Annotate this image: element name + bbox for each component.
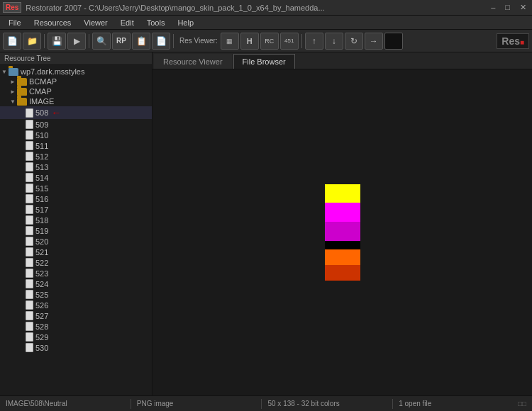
tree-item-512[interactable]: 512: [0, 151, 152, 162]
paste-button[interactable]: 📄: [152, 33, 170, 50]
tree-item-517-label: 517: [35, 206, 48, 214]
menu-viewer[interactable]: Viewer: [78, 17, 113, 28]
tree-item-519[interactable]: 519: [0, 225, 152, 236]
tree-item-521[interactable]: 521: [0, 247, 152, 257]
tree-item-512-label: 512: [35, 152, 48, 161]
file-icon-529: [26, 332, 33, 342]
tree-item-510-label: 510: [35, 131, 48, 140]
res-view-451[interactable]: 451: [280, 33, 299, 50]
open-button[interactable]: 📁: [23, 33, 41, 50]
color-block-3: [325, 241, 360, 249]
tree-item-510[interactable]: 510: [0, 130, 152, 140]
close-button[interactable]: ✕: [517, 3, 529, 12]
menu-resources[interactable]: Resources: [28, 17, 77, 28]
status-path: IMAGE\508\Neutral: [6, 400, 125, 407]
file-icon-523: [26, 269, 33, 278]
tree-item-528[interactable]: 528: [0, 321, 152, 332]
tree-item-509[interactable]: 509: [0, 119, 152, 130]
tab-file-browser[interactable]: File Browser: [233, 54, 295, 69]
tree-item-513[interactable]: 513: [0, 162, 152, 172]
save-button[interactable]: 💾: [48, 33, 66, 50]
tree-item-508[interactable]: 508 ←: [0, 106, 152, 119]
menu-file[interactable]: File: [3, 17, 27, 28]
arrow-down-button[interactable]: ↓: [325, 33, 343, 50]
tree-item-515[interactable]: 515: [0, 183, 152, 193]
toolbar-separator-2: [89, 34, 89, 48]
tree-item-515-label: 515: [35, 184, 48, 193]
file-icon-516: [26, 194, 33, 203]
tree-item-530[interactable]: 530: [0, 342, 152, 353]
arrow-up-button[interactable]: ↑: [305, 33, 323, 50]
color-block-1: [325, 203, 360, 222]
maximize-button[interactable]: □: [502, 3, 513, 12]
window-title: Restorator 2007 - C:\Users\Jerry\Desktop…: [26, 4, 324, 12]
tree-item-521-label: 521: [35, 248, 48, 257]
title-bar: Res Restorator 2007 - C:\Users\Jerry\Des…: [0, 0, 532, 16]
tree-item-529[interactable]: 529: [0, 332, 152, 342]
tree-cmap-label: CMAP: [29, 87, 52, 96]
rp-button[interactable]: RP: [112, 33, 131, 50]
status-sep-3: [392, 399, 393, 409]
tree-item-522[interactable]: 522: [0, 257, 152, 268]
tree-item-509-label: 509: [35, 120, 48, 129]
image-preview: [325, 184, 360, 281]
cursor-button[interactable]: →: [365, 33, 383, 50]
toolbar: 📄 📁 💾 ▶ 🔍 RP 📋 📄 Res Viewer: ▦ H RC 451 …: [0, 30, 532, 52]
tree-item-519-label: 519: [35, 227, 48, 235]
tree-arrow-bcmap: ►: [10, 79, 17, 85]
tree-content[interactable]: ▼ wp7.dark.msstyles ► BCMAP ► CMAP: [0, 65, 152, 395]
tree-item-bcmap[interactable]: ► BCMAP: [0, 77, 152, 86]
tree-item-517[interactable]: 517: [0, 204, 152, 215]
tree-item-526-label: 526: [35, 301, 48, 310]
tree-item-516[interactable]: 516: [0, 193, 152, 204]
export-button[interactable]: ▶: [67, 33, 86, 50]
tree-item-527[interactable]: 527: [0, 310, 152, 321]
tree-item-518[interactable]: 518: [0, 215, 152, 225]
file-icon-513: [26, 162, 33, 171]
tree-item-511-label: 511: [35, 142, 48, 150]
new-button[interactable]: 📄: [3, 33, 21, 50]
tree-item-524[interactable]: 524: [0, 278, 152, 289]
menu-edit[interactable]: Edit: [115, 17, 140, 28]
status-dots: □□: [518, 400, 526, 407]
zoom-button[interactable]: 🔍: [92, 33, 111, 50]
tree-item-516-label: 516: [35, 195, 48, 203]
black-button[interactable]: [384, 33, 403, 50]
file-icon-518: [26, 215, 33, 225]
tree-item-526[interactable]: 526: [0, 300, 152, 310]
resource-tree-header: Resource Tree: [0, 52, 152, 65]
tree-item-cmap[interactable]: ► CMAP: [0, 86, 152, 96]
tree-item-image[interactable]: ▼ IMAGE: [0, 96, 152, 106]
tree-item-520[interactable]: 520: [0, 236, 152, 247]
status-type: PNG image: [137, 400, 256, 407]
image-folder-icon: [17, 98, 27, 106]
tree-image-label: IMAGE: [29, 97, 54, 106]
cmap-folder-icon: [17, 88, 27, 96]
menu-help[interactable]: Help: [172, 17, 199, 28]
color-block-5: [325, 265, 360, 281]
tree-root[interactable]: ▼ wp7.dark.msstyles: [0, 67, 152, 77]
menu-tools[interactable]: Tools: [141, 17, 171, 28]
red-arrow-annotation: ←: [51, 107, 61, 118]
file-icon-508: [26, 108, 33, 118]
minimize-button[interactable]: –: [488, 3, 498, 12]
copy-button[interactable]: 📋: [132, 33, 150, 50]
res-view-grid[interactable]: ▦: [221, 33, 239, 50]
tree-root-label: wp7.dark.msstyles: [21, 67, 84, 76]
tab-resource-viewer[interactable]: Resource Viewer: [154, 54, 232, 69]
tree-item-523[interactable]: 523: [0, 268, 152, 278]
toolbar-separator-4: [301, 34, 302, 48]
tabs: Resource Viewer File Browser: [153, 52, 532, 69]
file-icon-524: [26, 279, 33, 288]
res-view-rc[interactable]: RC: [260, 33, 279, 50]
right-panel: Resource Viewer File Browser: [153, 52, 532, 395]
res-view-h[interactable]: H: [240, 33, 259, 50]
tree-item-525[interactable]: 525: [0, 289, 152, 300]
tree-item-514[interactable]: 514: [0, 172, 152, 183]
file-icon-514: [26, 173, 33, 182]
file-icon-526: [26, 300, 33, 310]
tree-item-511[interactable]: 511: [0, 140, 152, 151]
file-icon-509: [26, 120, 33, 129]
sync-button[interactable]: ↻: [345, 33, 363, 50]
tree-item-527-label: 527: [35, 312, 48, 320]
